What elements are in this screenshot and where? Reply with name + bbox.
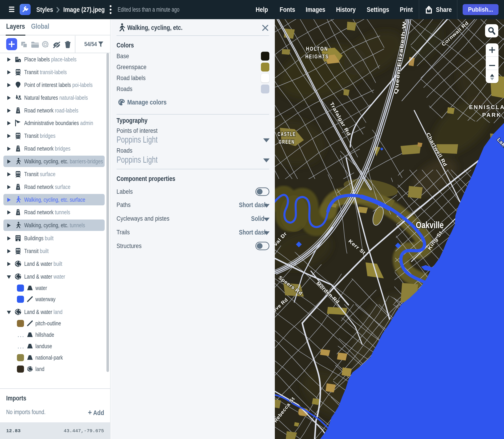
svg-text:PARK: PARK: [482, 112, 502, 118]
svg-text:ENNISCLARE: ENNISCLARE: [469, 104, 504, 110]
svg-text:HOLTON: HOLTON: [306, 46, 328, 52]
svg-text:GREEN: GREEN: [279, 139, 295, 145]
svg-text:Oakville: Oakville: [416, 220, 444, 230]
svg-text:HEIGHTS: HEIGHTS: [305, 54, 329, 60]
svg-text:CASTLE: CASTLE: [278, 131, 296, 137]
